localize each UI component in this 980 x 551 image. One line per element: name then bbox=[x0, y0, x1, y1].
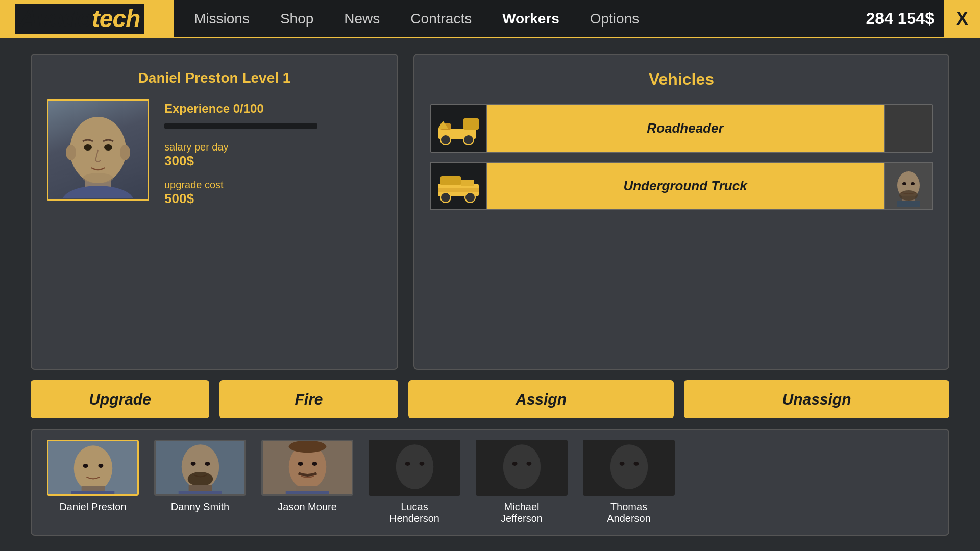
svg-point-6 bbox=[104, 144, 112, 151]
nav-contracts[interactable]: Contracts bbox=[410, 11, 472, 27]
svg-point-54 bbox=[512, 462, 518, 466]
worker-thumb-jason[interactable] bbox=[261, 440, 353, 496]
svg-point-30 bbox=[83, 464, 88, 468]
svg-point-31 bbox=[98, 464, 103, 468]
upgrade-button[interactable]: Upgrade bbox=[31, 380, 209, 418]
worker-card-daniel[interactable]: Daniel Preston bbox=[47, 440, 139, 513]
vehicle-name-underground-truck: Underground Truck bbox=[487, 163, 884, 209]
svg-point-53 bbox=[503, 444, 541, 489]
svg-rect-19 bbox=[461, 180, 474, 186]
vehicle-name-roadheader: Roadheader bbox=[487, 105, 884, 152]
vehicle-row-underground-truck[interactable]: Underground Truck bbox=[430, 162, 933, 210]
svg-point-49 bbox=[396, 444, 434, 489]
lucas-face bbox=[370, 440, 459, 495]
svg-point-51 bbox=[419, 462, 424, 466]
vehicle-worker-roadheader bbox=[884, 104, 932, 153]
svg-rect-14 bbox=[891, 111, 926, 146]
svg-point-59 bbox=[633, 462, 639, 466]
worker-info-row: Experience 0/100 salary per day 300$ upg… bbox=[47, 99, 382, 207]
assign-button[interactable]: Assign bbox=[408, 380, 674, 418]
worker-card-danny[interactable]: Danny Smith bbox=[154, 440, 246, 513]
worker-panel: Daniel Preston Level 1 bbox=[31, 54, 398, 370]
top-panels: Daniel Preston Level 1 bbox=[31, 54, 949, 370]
workers-bar: Daniel Preston Danny Smith bbox=[31, 429, 949, 536]
vehicle-row-roadheader[interactable]: Roadheader bbox=[430, 104, 933, 153]
svg-point-58 bbox=[620, 462, 625, 466]
vehicles-title: Vehicles bbox=[430, 70, 933, 89]
worker-card-lucas[interactable]: Lucas Henderson bbox=[369, 440, 460, 524]
svg-point-38 bbox=[188, 472, 213, 486]
nav-items: Missions Shop News Contracts Workers Opt… bbox=[174, 11, 866, 27]
vehicle-image-roadheader bbox=[431, 104, 487, 153]
worker-thumb-danny[interactable] bbox=[154, 440, 246, 496]
upgrade-cost-value: 500$ bbox=[164, 191, 317, 207]
thomas-face bbox=[584, 440, 673, 495]
worker-thumb-lucas[interactable] bbox=[369, 440, 460, 496]
topbar: Avedotech Missions Shop News Contracts W… bbox=[0, 0, 980, 38]
worker-name-thomas: Thomas Anderson bbox=[607, 501, 651, 524]
jason-face bbox=[263, 440, 352, 495]
roadheader-icon bbox=[435, 111, 481, 146]
svg-rect-40 bbox=[179, 491, 222, 495]
vehicles-panel: Vehicles Roadheader bbox=[413, 54, 949, 370]
worker-thumb-michael[interactable] bbox=[476, 440, 568, 496]
svg-point-4 bbox=[120, 145, 130, 160]
svg-point-11 bbox=[463, 135, 474, 145]
worker-thumb-thomas[interactable] bbox=[583, 440, 675, 496]
svg-point-55 bbox=[526, 462, 531, 466]
svg-point-18 bbox=[465, 192, 475, 203]
nav-news[interactable]: News bbox=[344, 11, 380, 27]
experience-bar bbox=[164, 123, 317, 129]
nav-shop[interactable]: Shop bbox=[280, 11, 313, 27]
worker-stats: Experience 0/100 salary per day 300$ upg… bbox=[164, 99, 317, 207]
svg-point-44 bbox=[312, 462, 317, 466]
svg-point-37 bbox=[205, 462, 210, 466]
logo: Avedotech bbox=[15, 4, 144, 34]
nav-missions[interactable]: Missions bbox=[194, 11, 250, 27]
worker-name-lucas: Lucas Henderson bbox=[389, 501, 439, 524]
svg-point-50 bbox=[405, 462, 410, 466]
unassign-button[interactable]: Unassign bbox=[684, 380, 949, 418]
vehicle-image-underground-truck bbox=[431, 162, 487, 210]
vehicle-worker-underground-truck bbox=[884, 162, 932, 210]
worker-face-svg bbox=[55, 102, 141, 198]
logo-part1: Avedo bbox=[19, 5, 92, 32]
svg-point-5 bbox=[84, 144, 92, 151]
svg-point-17 bbox=[440, 192, 451, 203]
logo-text: Avedotech bbox=[19, 5, 140, 32]
svg-point-3 bbox=[66, 145, 76, 160]
logo-block: Avedotech bbox=[0, 0, 174, 37]
svg-point-29 bbox=[74, 445, 113, 491]
svg-point-45 bbox=[289, 440, 327, 453]
svg-point-10 bbox=[440, 135, 451, 145]
danny-face bbox=[156, 440, 244, 495]
salary-value: 300$ bbox=[164, 153, 317, 169]
svg-rect-9 bbox=[463, 118, 479, 130]
svg-rect-24 bbox=[897, 201, 920, 207]
svg-point-26 bbox=[911, 182, 915, 185]
worker-card-jason[interactable]: Jason Moure bbox=[261, 440, 353, 513]
underground-truck-icon bbox=[435, 168, 481, 204]
worker-card-thomas[interactable]: Thomas Anderson bbox=[583, 440, 675, 524]
worker-avatar bbox=[47, 99, 149, 201]
michael-face bbox=[477, 440, 566, 495]
nav-workers[interactable]: Workers bbox=[502, 11, 559, 27]
svg-rect-20 bbox=[438, 188, 479, 192]
svg-point-57 bbox=[610, 444, 648, 489]
svg-point-36 bbox=[191, 462, 196, 466]
svg-point-43 bbox=[298, 462, 303, 466]
close-button[interactable]: X bbox=[944, 0, 980, 38]
all-buttons-row: Upgrade Fire Assign Unassign bbox=[31, 380, 949, 418]
fire-button[interactable]: Fire bbox=[219, 380, 398, 418]
worker-thumb-daniel[interactable] bbox=[47, 440, 139, 496]
svg-point-1 bbox=[62, 186, 134, 198]
salary-label: salary per day bbox=[164, 141, 317, 153]
svg-point-7 bbox=[83, 173, 113, 183]
worker-card-michael[interactable]: Michael Jefferson bbox=[476, 440, 568, 524]
worker-name-jason: Jason Moure bbox=[278, 501, 337, 513]
upgrade-cost-label: upgrade cost bbox=[164, 179, 317, 191]
svg-point-27 bbox=[899, 190, 918, 201]
daniel-face bbox=[48, 440, 137, 495]
svg-point-25 bbox=[902, 182, 906, 185]
nav-options[interactable]: Options bbox=[590, 11, 640, 27]
